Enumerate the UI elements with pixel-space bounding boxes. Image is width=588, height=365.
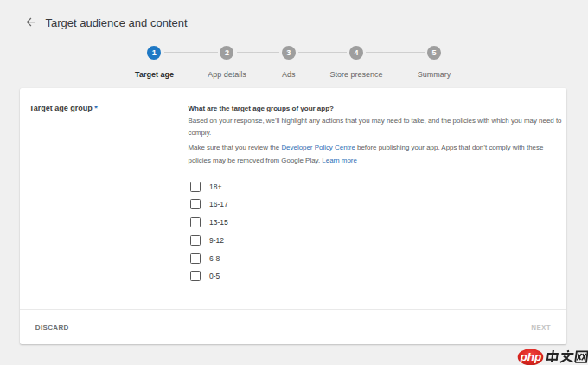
svg-text:php: php [519,350,541,363]
